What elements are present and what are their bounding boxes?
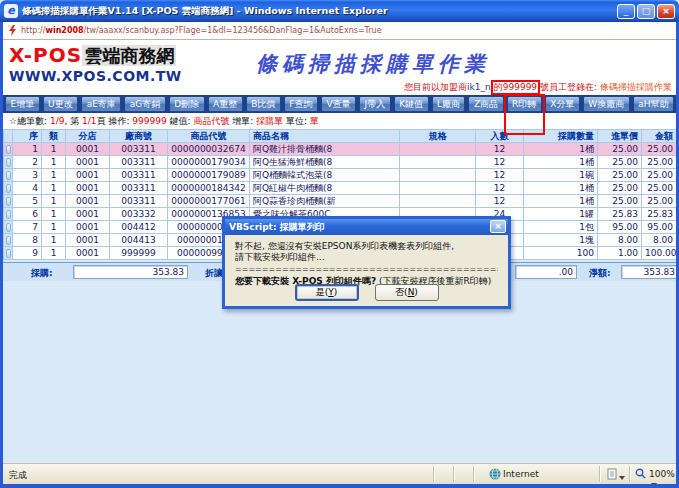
login-segment: 條碼掃描採購作業	[600, 82, 672, 92]
status-segment: 1/1	[82, 116, 96, 126]
row-selector[interactable]	[6, 145, 11, 154]
purchase-total-field[interactable]: 353.83	[73, 265, 188, 279]
zone-label: Internet	[503, 469, 539, 479]
minimize-button[interactable]: _	[617, 4, 635, 19]
status-segment: 單位:	[283, 116, 310, 126]
table-row[interactable]: 2100010033110000000179034阿Q生猛海鮮桶麵(8121桶2…	[4, 156, 677, 169]
cell: 0001	[66, 195, 110, 208]
cell: 004413	[110, 234, 168, 247]
table-row[interactable]: 4100010033110000000184342阿Q紅椒牛肉桶麵(8121桶2…	[4, 182, 677, 195]
row-selector[interactable]	[6, 197, 11, 206]
cell: 003311	[110, 169, 168, 182]
url-segment: win2008	[46, 26, 84, 35]
row-gutter	[4, 143, 13, 156]
column-header: 進單價	[598, 130, 642, 143]
window-title: 條碼掃描採購單作業V1.14 [X-POS 雲端商務網] - Windows I…	[22, 5, 617, 18]
toolbar: E增筆U更改aE寄庫aG寄銷D刪除A重整B比價F查詢V查量J帶入K鍵值L廠商Z商…	[3, 95, 676, 113]
cell	[400, 195, 476, 208]
row-selector[interactable]	[6, 171, 11, 180]
address-bar[interactable]: http://win2008/tw/aaaxx/scanbuy.asp?Flag…	[3, 22, 676, 40]
status-segment: , 第	[64, 116, 82, 126]
close-button[interactable]: ×	[657, 4, 675, 19]
cell: 1	[13, 143, 42, 156]
column-header: 分店	[66, 130, 110, 143]
cell: 003311	[110, 182, 168, 195]
cell: 25.83	[598, 208, 642, 221]
toolbar-button-X分單[interactable]: X分單	[545, 96, 580, 112]
toolbar-button-V查量[interactable]: V查量	[321, 96, 356, 112]
cell: 25.00	[598, 195, 642, 208]
cell: 25.00	[598, 182, 642, 195]
cell: 0000000177061	[168, 195, 250, 208]
column-header: 商品名稱	[250, 130, 400, 143]
maximize-button[interactable]: □	[637, 4, 655, 19]
column-header: 序	[13, 130, 42, 143]
url-segment: http://	[21, 26, 46, 35]
toolbar-button-aH幫助[interactable]: aH幫助	[633, 96, 674, 112]
cell: 25.00	[642, 156, 677, 169]
toolbar-button-aG寄銷[interactable]: aG寄銷	[124, 96, 165, 112]
logo-suffix: 雲端商務網	[82, 45, 176, 66]
cell: 1碗	[524, 169, 598, 182]
zoom-mode-icon[interactable]	[607, 468, 625, 482]
toolbar-button-A重整[interactable]: A重整	[208, 96, 243, 112]
row-selector[interactable]	[6, 184, 11, 193]
cell: 25.00	[598, 169, 642, 182]
cell: 1	[42, 247, 66, 260]
toolbar-button-W換廠商[interactable]: W換廠商	[583, 96, 630, 112]
toolbar-button-B比價[interactable]: B比價	[246, 96, 281, 112]
row-selector[interactable]	[6, 223, 11, 232]
magnifier-icon	[635, 468, 646, 481]
toolbar-button-K鍵值[interactable]: K鍵值	[394, 96, 429, 112]
tax-field[interactable]: .00	[515, 265, 577, 279]
toolbar-button-aE寄庫[interactable]: aE寄庫	[81, 96, 121, 112]
cell: 0001	[66, 247, 110, 260]
items-table-head-row: 序類分店廠商號商品代號商品名稱規格入數採購數量進單價金額	[4, 130, 677, 143]
toolbar-button-J帶入[interactable]: J帶入	[359, 96, 391, 112]
table-row[interactable]: 5100010033110000000177061阿Q蒜香珍肉桶麵(新121桶2…	[4, 195, 677, 208]
cell: 0000000179089	[168, 169, 250, 182]
net-total-field[interactable]: 353.83	[621, 265, 679, 279]
dialog-message-line2: 請下載安裝列印組件...	[235, 252, 498, 263]
status-segment: 商品代號	[193, 116, 229, 126]
table-row[interactable]: 3100010033110000000179089阿Q桶麵韓式泡菜(8121碗2…	[4, 169, 677, 182]
dialog-close-icon[interactable]: ×	[490, 220, 506, 233]
status-segment: 鍵值:	[167, 116, 194, 126]
cell: 阿Q紅椒牛肉桶麵(8	[250, 182, 400, 195]
cell: 8	[13, 234, 42, 247]
row-selector[interactable]	[6, 236, 11, 245]
login-segment: 號員工登錄在:	[540, 82, 600, 92]
column-header: 入數	[476, 130, 524, 143]
yes-button[interactable]: 是(Y)	[295, 284, 359, 301]
url-segment: /tw/aaaxx/scanbuy.asp?Flage=1&dl=123456&…	[84, 26, 382, 35]
internet-zone-icon	[489, 468, 501, 482]
toolbar-button-F查詢[interactable]: F查詢	[284, 96, 318, 112]
toolbar-button-D刪除[interactable]: D刪除	[169, 96, 205, 112]
toolbar-button-L廠商[interactable]: L廠商	[432, 96, 466, 112]
toolbar-button-Z商品[interactable]: Z商品	[468, 96, 503, 112]
row-selector[interactable]	[6, 210, 11, 219]
cell: 阿Q桶麵韓式泡菜(8	[250, 169, 400, 182]
table-row[interactable]: 1100010033110000000032674阿Q雞汁排骨桶麵(8121桶2…	[4, 143, 677, 156]
cell: 0000000184342	[168, 182, 250, 195]
browser-status-bar: 完成 Internet 100%	[3, 463, 676, 484]
row-selector[interactable]	[6, 249, 11, 258]
toolbar-button-E增筆[interactable]: E增筆	[5, 96, 40, 112]
no-button[interactable]: 否(N)	[375, 284, 439, 301]
row-selector[interactable]	[6, 158, 11, 167]
purchase-total-label: 採購:	[31, 267, 53, 280]
record-status-row: ☆總筆數: 1/9, 第 1/1頁 操作: 999999 鍵值: 商品代號 增單…	[3, 113, 676, 129]
row-gutter	[4, 156, 13, 169]
cell: 0001	[66, 221, 110, 234]
status-segment: 1/9	[50, 116, 64, 126]
gutter-header	[4, 130, 13, 143]
toolbar-button-U更改[interactable]: U更改	[43, 96, 79, 112]
cell: 9	[13, 247, 42, 260]
cell	[400, 182, 476, 195]
toolbar-button-R印轉[interactable]: R印轉	[507, 96, 542, 112]
cell: 95.00	[642, 221, 677, 234]
status-segment: 999999	[132, 116, 166, 126]
cell: 0001	[66, 234, 110, 247]
column-header: 商品代號	[168, 130, 250, 143]
cell: 25.83	[642, 208, 677, 221]
